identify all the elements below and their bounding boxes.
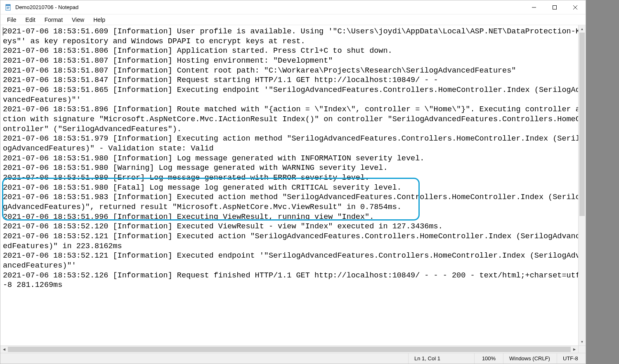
maximize-button[interactable]: [544, 0, 565, 14]
menubar: File Edit Format View Help: [0, 14, 586, 25]
notepad-icon: [5, 4, 12, 11]
menu-view[interactable]: View: [68, 16, 88, 24]
horizontal-scroll-thumb[interactable]: [8, 347, 571, 352]
close-button[interactable]: [565, 0, 586, 14]
vertical-scroll-track[interactable]: [579, 33, 586, 338]
scroll-up-icon[interactable]: ▲: [579, 25, 586, 33]
menu-format[interactable]: Format: [40, 16, 67, 24]
scroll-down-icon[interactable]: ▼: [579, 338, 586, 345]
menu-file[interactable]: File: [3, 16, 21, 24]
vertical-scroll-thumb[interactable]: [579, 33, 585, 216]
svg-rect-6: [553, 5, 557, 9]
horizontal-scrollbar[interactable]: ◀ ▶: [0, 345, 578, 353]
scroll-right-icon[interactable]: ▶: [571, 346, 578, 353]
status-line-ending: Windows (CRLF): [503, 353, 557, 364]
editor-area: 2021-07-06 18:53:51.609 [Information] Us…: [0, 25, 586, 353]
vertical-scrollbar[interactable]: ▲ ▼: [578, 25, 586, 345]
menu-edit[interactable]: Edit: [21, 16, 40, 24]
window-title: Demo20210706 - Notepad: [15, 4, 78, 10]
status-encoding: UTF-8: [557, 353, 586, 364]
svg-rect-1: [6, 5, 10, 6]
titlebar[interactable]: Demo20210706 - Notepad: [0, 0, 586, 14]
notepad-window: Demo20210706 - Notepad File Edit Format …: [0, 0, 586, 364]
text-editor[interactable]: 2021-07-06 18:53:51.609 [Information] Us…: [0, 25, 586, 353]
menu-help[interactable]: Help: [89, 16, 109, 24]
minimize-button[interactable]: [524, 0, 544, 14]
scroll-corner: [578, 345, 586, 353]
status-spacer: [0, 353, 408, 364]
status-zoom: 100%: [474, 353, 503, 364]
horizontal-scroll-track[interactable]: [8, 346, 571, 353]
statusbar: Ln 1, Col 1 100% Windows (CRLF) UTF-8: [0, 353, 586, 364]
status-position: Ln 1, Col 1: [408, 353, 474, 364]
scroll-left-icon[interactable]: ◀: [0, 346, 8, 353]
